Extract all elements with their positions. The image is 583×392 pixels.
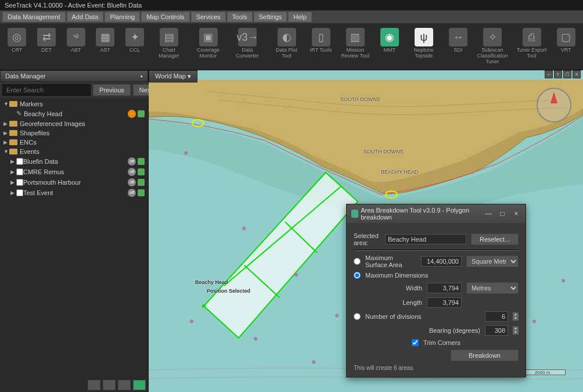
panel-bottom-tools [0,377,148,392]
menu-add-data[interactable]: Add Data [67,12,104,22]
width-input[interactable] [427,283,462,293]
label-beachy-head: BEACHY HEAD [381,169,418,175]
dialog-maximize-icon[interactable]: □ [498,210,507,218]
label-area-beachy: Beachy Head [195,279,228,285]
area-breakdown-dialog: Area Breakdown Tool v3.0.9 - Polygon bre… [346,204,526,377]
tool-tuner-export[interactable]: ⎙Tuner Export Tool [514,26,549,67]
map-ctl-2[interactable]: + [554,70,562,78]
svg-text:✱: ✱ [561,278,566,284]
svg-text:✱: ✱ [532,318,537,325]
radio-max-dimensions[interactable] [354,272,361,279]
title-bar: SeeTrack V4.1.0000 - Active Event: Bluef… [0,0,583,10]
tool-mission-review[interactable]: ▥Mission Review Tool [338,26,372,67]
dialog-close-icon[interactable]: × [512,210,521,218]
menu-settings[interactable]: Settings [254,12,287,22]
tool-data-plot[interactable]: ◐Data Plot Tool [269,26,304,67]
tool-neptune[interactable]: ψNeptune Topside [406,26,441,67]
tree-encs[interactable]: ▶ENCs [1,138,147,147]
map-ctl-3[interactable]: □ [563,70,571,78]
menu-planning[interactable]: Planning [105,12,140,22]
length-input[interactable] [427,297,462,308]
marker-badge-icon[interactable]: − [128,110,136,118]
tool-ast[interactable]: ▦AST [93,26,118,67]
tool-irt[interactable]: ▯IRT Tools [308,26,333,67]
radio-max-surface-area[interactable] [354,258,361,265]
map-area[interactable]: World Map ▾ − + □ × [149,70,583,392]
svg-text:✱: ✱ [183,150,188,156]
bearing-down-icon[interactable]: ▼ [513,330,519,335]
menu-tools[interactable]: Tools [227,12,253,22]
tool-chart-manager[interactable]: ▤Chart Manager [152,26,186,67]
tree-event-cmre-remus[interactable]: ▶ CMRE Remusoff [1,167,147,177]
app-title: SeeTrack V4.1.0000 - Active Event: Bluef… [5,2,142,9]
previous-button[interactable]: Previous [93,84,131,96]
div-down-icon[interactable]: ▼ [513,317,519,321]
width-unit-select[interactable]: Metres [466,282,519,294]
tree-event-portsmouth[interactable]: ▶ Portsmouth Harbouroff [1,177,147,188]
tree-markers[interactable]: ▼Markers [1,99,147,109]
panel-close-icon[interactable]: ▪ [141,73,143,80]
menu-bar: Data Management Add Data Planning Map Co… [0,10,583,23]
msa-value-input[interactable] [421,256,462,267]
msa-unit-select[interactable]: Square Metres [466,256,519,267]
tree-marker-beachy-head[interactable]: ✎Beachy Head − [1,109,147,119]
map-ctl-4[interactable]: × [573,70,581,78]
tool-mmt[interactable]: ◉MMT [377,26,402,67]
marker-visible-icon[interactable] [138,110,145,117]
tree-georef-images[interactable]: ▶Georeferenced Images [1,119,147,128]
btool-3[interactable] [118,380,131,390]
dialog-message: This will create 6 areas. [354,365,519,371]
tool-vrt[interactable]: ▢VRT [553,26,578,67]
reselect-button[interactable]: Reselect... [471,233,519,245]
menu-map-controls[interactable]: Map Controls [141,12,189,22]
svg-point-6 [202,304,206,308]
menu-data-management[interactable]: Data Management [2,12,66,22]
tool-crt[interactable]: ◎CRT [5,26,30,67]
tree-event-test[interactable]: ▶ Test Eventoff [1,188,147,198]
breakdown-button[interactable]: Breakdown [451,350,519,361]
div-up-icon[interactable]: ▲ [513,312,519,317]
selected-area-label: Selected area: [354,232,380,246]
tool-sdi[interactable]: ↔SDI [446,26,471,67]
label-south-downs-2: SOUTH DOWNS [364,149,404,154]
tool-abt[interactable]: ༄ABT [63,26,88,67]
svg-text:✱: ✱ [189,318,194,325]
trim-corners-check[interactable] [412,339,419,346]
menu-help[interactable]: Help [288,12,312,22]
tree-events[interactable]: ▼Events [1,147,147,156]
dialog-title-bar[interactable]: Area Breakdown Tool v3.0.9 - Polygon bre… [347,204,526,223]
divisions-input[interactable] [485,311,508,322]
svg-text:✱: ✱ [253,336,258,342]
tool-coverage-monitor[interactable]: ▣Coverage Monitor [191,26,225,67]
tab-dropdown-icon[interactable]: ▾ [188,73,191,80]
tool-data-converter[interactable]: v3→Data Converter [230,26,264,67]
svg-text:✱: ✱ [334,312,339,319]
menu-services[interactable]: Services [191,12,226,22]
btool-4[interactable] [133,380,146,390]
world-map-tab[interactable]: World Map ▾ [149,70,197,82]
bearing-input[interactable] [485,325,508,336]
tool-det[interactable]: ⇄DET [34,26,59,67]
main-toolbar: ◎CRT ⇄DET ༄ABT ▦AST ✦CCL ▤Chart Manager … [0,23,583,70]
label-south-downs-1: SOUTH DOWNS [340,96,380,102]
btool-1[interactable] [88,380,100,390]
data-manager-header: Data Manager▪ [0,70,148,82]
bearing-up-icon[interactable]: ▲ [513,326,519,330]
tool-sidescan-tuner[interactable]: ✧Sidescan Classification Tuner [475,26,509,67]
tree-event-bluefin[interactable]: ▶ Bluefin Dataoff [1,156,147,167]
left-panel: Data Manager▪ Previous Next ▼Markers ✎Be… [0,70,149,392]
selected-area-input[interactable] [385,234,466,244]
data-tree: ▼Markers ✎Beachy Head − ▶Georeferenced I… [0,98,148,377]
compass[interactable] [537,88,571,123]
tool-ccl[interactable]: ✦CCL [123,26,147,67]
radio-num-divisions[interactable] [354,313,361,320]
svg-text:✱: ✱ [311,359,316,365]
tree-shapefiles[interactable]: ▶Shapefiles [1,128,147,138]
search-input[interactable] [2,84,91,96]
btool-2[interactable] [103,380,116,390]
svg-text:✱: ✱ [294,272,298,278]
compass-needle-icon [550,92,557,103]
svg-text:✱: ✱ [242,225,246,232]
dialog-minimize-icon[interactable]: — [484,210,493,218]
map-ctl-1[interactable]: − [545,70,553,78]
